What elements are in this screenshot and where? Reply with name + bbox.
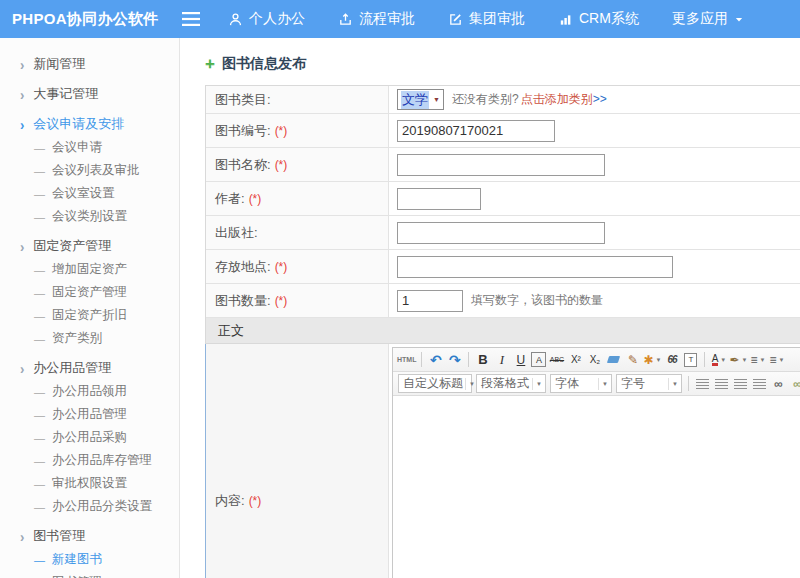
add-category-link-arrows[interactable]: >> <box>593 92 607 106</box>
book-name-input[interactable] <box>397 154 605 176</box>
sidebar-item-meeting-room-setting[interactable]: —会议室设置 <box>0 182 179 205</box>
sidebar-item-asset-category[interactable]: —资产类别 <box>0 327 179 350</box>
sidebar-item-label: 增加固定资产 <box>52 261 127 278</box>
align-right-icon[interactable] <box>732 374 749 393</box>
sidebar-item-label: 办公用品领用 <box>52 383 127 400</box>
select-arrow-icon: ▼ <box>598 378 608 390</box>
strikethrough-icon[interactable]: ABC <box>548 350 565 369</box>
sidebar-item-supplies-inventory[interactable]: —办公用品库存管理 <box>0 449 179 472</box>
nav-item-label: 流程审批 <box>359 10 415 28</box>
align-justify-icon[interactable] <box>751 374 768 393</box>
content-label: 内容: (*) <box>206 344 389 578</box>
sidebar-item-approval-permission[interactable]: —审批权限设置 <box>0 472 179 495</box>
sidebar-group-memorabilia[interactable]: ›大事记管理 <box>0 82 179 106</box>
add-category-link[interactable]: 点击添加类别 <box>521 92 593 106</box>
nav-item-label: 集团审批 <box>469 10 525 28</box>
select-label: 自定义标题 <box>403 375 463 392</box>
quantity-input[interactable] <box>397 290 463 312</box>
toolbar-separator <box>468 352 469 367</box>
form-row-publisher: 出版社: <box>206 216 800 250</box>
dash-icon: — <box>34 165 45 177</box>
editor-content[interactable] <box>393 396 800 578</box>
format-brush-icon[interactable]: ✎ <box>624 350 641 369</box>
person-icon <box>228 12 243 27</box>
sidebar-item-book-create[interactable]: —新建图书 <box>0 548 179 571</box>
italic-icon[interactable]: I <box>493 350 510 369</box>
font-color-icon[interactable]: A▼ <box>710 350 727 369</box>
superscript-icon[interactable]: X² <box>567 350 584 369</box>
custom-title-select[interactable]: 自定义标题▼ <box>398 374 472 393</box>
nav-personal-office[interactable]: 个人办公 <box>228 10 305 28</box>
sidebar-item-book-manage[interactable]: —图书管理 <box>0 571 179 578</box>
ordered-list-icon[interactable]: ≡▼ <box>749 350 766 369</box>
book-info-form: 图书类目: 文学 ▼ 还没有类别? 点击添加类别>> 图书编号: (*) <box>205 85 800 578</box>
sidebar-item-asset-add[interactable]: —增加固定资产 <box>0 258 179 281</box>
sidebar-item-asset-depreciation[interactable]: —固定资产折旧 <box>0 304 179 327</box>
nav-more-apps[interactable]: 更多应用 <box>672 10 744 28</box>
sidebar-item-meeting-list-approval[interactable]: —会议列表及审批 <box>0 159 179 182</box>
book-no-input[interactable] <box>397 120 555 142</box>
eraser-icon[interactable] <box>605 350 622 369</box>
chevron-right-icon: › <box>20 55 24 72</box>
paint-icon[interactable]: ✱▼ <box>643 350 661 369</box>
caret-down-icon <box>734 15 744 24</box>
highlight-icon[interactable]: ✒▼ <box>729 350 747 369</box>
bold-icon[interactable]: B <box>474 350 491 369</box>
nav-workflow-approval[interactable]: 流程审批 <box>338 10 415 28</box>
sidebar-item-label: 办公用品库存管理 <box>52 452 152 469</box>
align-left-icon[interactable] <box>694 374 711 393</box>
nav-group-approval[interactable]: 集团审批 <box>448 10 525 28</box>
sidebar-item-meeting-category-setting[interactable]: —会议类别设置 <box>0 205 179 228</box>
dash-icon: — <box>34 142 45 154</box>
html-source-icon[interactable]: HTML <box>397 350 416 369</box>
sidebar-item-label: 办公用品管理 <box>52 406 127 423</box>
select-arrow-icon: ▼ <box>465 378 475 390</box>
sidebar-item-supplies-purchase[interactable]: —办公用品采购 <box>0 426 179 449</box>
subscript-icon[interactable]: X₂ <box>586 350 603 369</box>
author-label: 作者: (*) <box>206 182 389 215</box>
chevron-right-icon: › <box>20 527 24 544</box>
quote-icon[interactable]: 66 <box>663 350 680 369</box>
sidebar-group-news[interactable]: ›新闻管理 <box>0 52 179 76</box>
author-input[interactable] <box>397 188 481 210</box>
sidebar-item-asset-manage[interactable]: —固定资产管理 <box>0 281 179 304</box>
top-navigation-bar: PHPOA协同办公软件 个人办公流程审批集团审批CRM系统更多应用 <box>0 0 800 38</box>
required-mark: (*) <box>249 494 262 508</box>
sidebar-item-supplies-borrow[interactable]: —办公用品领用 <box>0 380 179 403</box>
sidebar-item-supplies-category[interactable]: —办公用品分类设置 <box>0 495 179 518</box>
dash-icon: — <box>34 287 45 299</box>
menu-toggle-button[interactable] <box>178 6 204 32</box>
unordered-list-icon[interactable]: ≡▼ <box>768 350 785 369</box>
dash-icon: — <box>34 310 45 322</box>
undo-icon[interactable]: ↶ <box>427 350 444 369</box>
sidebar-group-meeting[interactable]: ›会议申请及安排 <box>0 112 179 136</box>
dash-icon: — <box>34 333 45 345</box>
sidebar-group-office-supplies[interactable]: ›办公用品管理 <box>0 356 179 380</box>
font-family-select[interactable]: 字体▼ <box>550 374 612 393</box>
sidebar-group-fixed-assets[interactable]: ›固定资产管理 <box>0 234 179 258</box>
sidebar-item-label: 审批权限设置 <box>52 475 127 492</box>
dash-icon: — <box>34 409 45 421</box>
sidebar-group-books[interactable]: ›图书管理 <box>0 524 179 548</box>
underline-icon[interactable]: U <box>512 350 529 369</box>
dash-icon: — <box>34 188 45 200</box>
crm-icon <box>558 12 573 27</box>
publisher-input[interactable] <box>397 222 605 244</box>
sidebar-group-label: 新闻管理 <box>33 55 85 73</box>
link-icon[interactable]: ∞ <box>770 374 787 393</box>
font-size-select[interactable]: 字号▼ <box>616 374 682 393</box>
paragraph-format-select[interactable]: 段落格式▼ <box>476 374 546 393</box>
redo-icon[interactable]: ↷ <box>446 350 463 369</box>
unlink-icon[interactable]: ∞ <box>789 374 800 393</box>
book-category-select[interactable]: 文学 ▼ <box>397 89 444 110</box>
sidebar-item-meeting-apply[interactable]: —会议申请 <box>0 136 179 159</box>
sidebar-item-supplies-manage[interactable]: —办公用品管理 <box>0 403 179 426</box>
nav-crm-system[interactable]: CRM系统 <box>558 10 639 28</box>
align-center-icon[interactable] <box>713 374 730 393</box>
select-arrow-icon: ▼ <box>668 378 678 390</box>
font-box-icon[interactable]: A <box>531 352 546 367</box>
chevron-right-icon: › <box>20 359 24 376</box>
location-input[interactable] <box>397 256 673 278</box>
toolbar-separator <box>688 376 689 391</box>
paste-word-icon[interactable]: T <box>682 350 699 369</box>
